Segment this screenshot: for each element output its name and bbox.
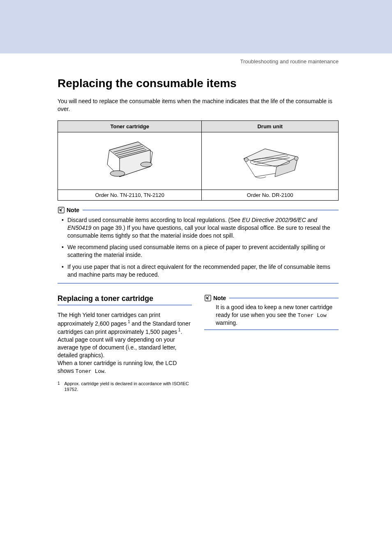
note-icon	[204, 294, 212, 302]
page-content: B Replacing the consumable items You wil…	[0, 65, 392, 393]
toner-order-number: Order No. TN-2110, TN-2120	[58, 190, 202, 200]
drum-unit-illustration	[237, 136, 303, 185]
drum-order-number: Order No. DR-2100	[202, 190, 339, 200]
svg-point-10	[244, 157, 249, 162]
drum-image-cell	[202, 132, 339, 190]
svg-rect-12	[58, 207, 64, 213]
page-title: Replacing the consumable items	[58, 77, 339, 90]
note-item-3: If you use paper that is not a direct eq…	[62, 263, 339, 279]
svg-point-11	[294, 156, 298, 160]
header-band	[0, 0, 392, 53]
svg-point-4	[110, 171, 125, 176]
footnote-text: Approx. cartridge yield is declared in a…	[64, 381, 192, 393]
note-label: Note	[67, 207, 79, 213]
note-rule	[83, 210, 339, 210]
note-end-rule	[204, 329, 339, 330]
left-column: Replacing a toner cartridge The High Yie…	[58, 294, 192, 393]
right-column: Note It is a good idea to keep a new ton…	[204, 294, 339, 393]
toner-paragraph: The High Yield toner cartridges can prin…	[58, 311, 192, 375]
note-icon	[58, 206, 65, 214]
note-label: Note	[213, 295, 226, 301]
note-item-2: We recommend placing used consumable ite…	[62, 243, 339, 259]
intro-paragraph: You will need to replace the consumable …	[58, 97, 339, 113]
note-block-1: Note Discard used consumable items accor…	[58, 206, 339, 284]
toner-image-cell	[58, 132, 202, 190]
breadcrumb: Troubleshooting and routine maintenance	[0, 53, 392, 65]
footnote-1: 1 Approx. cartridge yield is declared in…	[58, 381, 192, 393]
note2-body: It is a good idea to keep a new toner ca…	[204, 303, 339, 327]
toner-cartridge-illustration	[97, 136, 163, 185]
table-header-drum: Drum unit	[202, 120, 339, 132]
footnote-number: 1	[58, 381, 64, 393]
svg-point-5	[141, 162, 152, 167]
note-item-1: Discard used consumable items according …	[62, 216, 339, 240]
lcd-message-toner-low: Toner Low	[76, 368, 104, 375]
table-header-toner: Toner cartridge	[58, 120, 202, 132]
svg-rect-13	[205, 295, 211, 301]
note-rule	[229, 298, 339, 298]
consumables-table: Toner cartridge Drum unit	[58, 120, 339, 201]
section-heading-toner: Replacing a toner cartridge	[58, 294, 192, 305]
note-end-rule	[58, 283, 339, 284]
lcd-message-toner-low-2: Toner Low	[297, 312, 326, 319]
